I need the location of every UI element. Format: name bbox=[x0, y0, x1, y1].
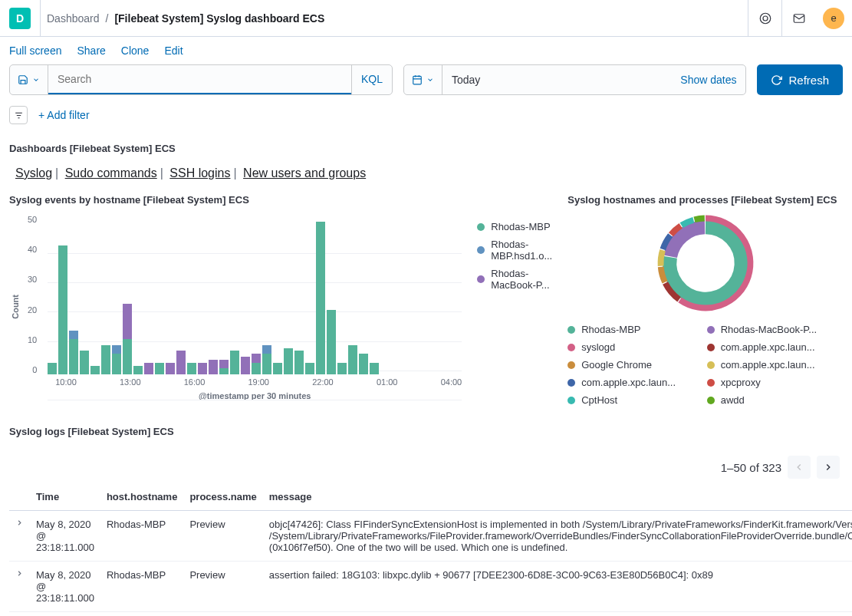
add-filter-button[interactable]: + Add filter bbox=[38, 109, 90, 121]
table-row: May 8, 2020 @ 23:18:11.000Rhodas-MBPPrev… bbox=[9, 511, 852, 562]
date-display[interactable]: Today Show dates bbox=[442, 65, 745, 94]
bar[interactable] bbox=[359, 354, 368, 374]
bar[interactable] bbox=[90, 366, 100, 374]
legend-item[interactable]: Rhodas-MBP bbox=[567, 324, 691, 335]
bar[interactable] bbox=[241, 357, 250, 374]
col-message[interactable]: message bbox=[263, 483, 852, 511]
legend-label: Rhodas-MBP bbox=[491, 221, 550, 232]
header-actions: e bbox=[748, 0, 852, 36]
expand-row-button[interactable] bbox=[9, 562, 30, 612]
refresh-button[interactable]: Refresh bbox=[757, 64, 843, 95]
search-group: KQL bbox=[9, 64, 393, 95]
legend-item[interactable]: com.apple.xpc.laun... bbox=[707, 359, 831, 371]
legend-swatch bbox=[707, 397, 715, 404]
show-dates-link[interactable]: Show dates bbox=[680, 74, 736, 86]
legend-item[interactable]: com.apple.xpc.laun... bbox=[707, 341, 831, 353]
bar[interactable] bbox=[370, 363, 379, 374]
nav-sudo[interactable]: Sudo commands bbox=[65, 166, 157, 180]
bar[interactable] bbox=[123, 304, 132, 374]
clone-link[interactable]: Clone bbox=[121, 44, 150, 57]
bar[interactable] bbox=[219, 360, 229, 374]
chevron-right-icon bbox=[15, 569, 24, 578]
legend-label: CptHost bbox=[581, 394, 617, 406]
bar[interactable] bbox=[337, 363, 347, 374]
legend-item[interactable]: xpcproxy bbox=[707, 377, 831, 388]
bar[interactable] bbox=[305, 363, 314, 374]
mail-icon[interactable] bbox=[781, 0, 815, 36]
pager-prev-button[interactable] bbox=[788, 456, 811, 479]
newsfeed-icon[interactable] bbox=[748, 0, 781, 36]
pager-next-button[interactable] bbox=[817, 456, 840, 479]
bar[interactable] bbox=[316, 222, 325, 374]
cell-message: assertion failed: 18G103: libxpc.dylib +… bbox=[263, 562, 852, 612]
legend-swatch bbox=[477, 275, 485, 283]
nav-ssh[interactable]: SSH logins bbox=[169, 166, 230, 180]
search-input[interactable] bbox=[48, 65, 351, 94]
kql-button[interactable]: KQL bbox=[351, 65, 392, 94]
bar[interactable] bbox=[101, 345, 110, 374]
bar[interactable] bbox=[80, 351, 89, 374]
bar[interactable] bbox=[348, 345, 357, 374]
chevron-left-icon bbox=[794, 462, 804, 473]
donut-chart[interactable] bbox=[656, 213, 755, 313]
breadcrumb-root[interactable]: Dashboard bbox=[47, 12, 100, 25]
query-bar: KQL Today Show dates Refresh bbox=[0, 64, 852, 103]
legend-label: Rhodas-MBP.hsd1.o... bbox=[491, 239, 552, 262]
col-host[interactable]: host.hostname bbox=[100, 483, 183, 511]
bar[interactable] bbox=[284, 348, 293, 374]
date-quick-button[interactable] bbox=[404, 65, 442, 94]
bar[interactable] bbox=[133, 366, 143, 374]
toolbar: Full screen Share Clone Edit bbox=[0, 37, 852, 64]
bar[interactable] bbox=[176, 351, 186, 374]
filter-toggle-button[interactable] bbox=[9, 106, 28, 124]
bar[interactable] bbox=[187, 363, 196, 374]
legend-item[interactable]: CptHost bbox=[567, 394, 691, 406]
legend-item[interactable]: Rhodas-MBP.hsd1.o... bbox=[477, 239, 552, 262]
saved-query-button[interactable] bbox=[10, 65, 48, 94]
legend-swatch bbox=[567, 379, 575, 387]
legend-item[interactable]: Rhodas-MacBook-P... bbox=[707, 324, 831, 335]
bar[interactable] bbox=[48, 363, 57, 374]
bar[interactable] bbox=[166, 363, 175, 374]
legend-item[interactable]: Rhodas-MBP bbox=[477, 221, 552, 232]
nav-sep: | bbox=[230, 166, 239, 180]
bar[interactable] bbox=[144, 363, 153, 374]
bar-chart-bars[interactable] bbox=[48, 213, 462, 374]
col-time[interactable]: Time bbox=[30, 483, 100, 511]
bar[interactable] bbox=[294, 351, 304, 374]
avatar[interactable]: e bbox=[823, 8, 844, 29]
breadcrumb: Dashboard / [Filebeat System] Syslog das… bbox=[40, 0, 748, 36]
expand-row-button[interactable] bbox=[9, 511, 30, 562]
bar[interactable] bbox=[262, 345, 271, 374]
bar[interactable] bbox=[112, 345, 121, 374]
bar[interactable] bbox=[155, 363, 164, 374]
legend-swatch bbox=[567, 344, 575, 351]
share-link[interactable]: Share bbox=[77, 44, 105, 57]
col-process[interactable]: process.name bbox=[183, 483, 262, 511]
bar[interactable] bbox=[273, 363, 282, 374]
legend-swatch bbox=[707, 344, 715, 351]
full-screen-link[interactable]: Full screen bbox=[9, 44, 61, 57]
date-label: Today bbox=[452, 74, 480, 86]
dashboard-nav: Syslog| Sudo commands| SSH logins| New u… bbox=[9, 159, 843, 194]
bar[interactable] bbox=[327, 310, 336, 374]
legend-item[interactable]: syslogd bbox=[567, 341, 691, 353]
legend-item[interactable]: com.apple.xpc.laun... bbox=[567, 377, 691, 388]
bar[interactable] bbox=[252, 354, 261, 374]
donut-title: Syslog hostnames and processes [Filebeat… bbox=[567, 194, 843, 206]
bar[interactable] bbox=[209, 360, 218, 374]
refresh-label: Refresh bbox=[788, 74, 829, 87]
legend-item[interactable]: Rhodas-MacBook-P... bbox=[477, 268, 552, 291]
bar[interactable] bbox=[58, 245, 67, 374]
legend-item[interactable]: awdd bbox=[707, 394, 831, 406]
x-axis: 10:0013:0016:0019:0022:0001:0004:00 bbox=[48, 377, 462, 387]
edit-link[interactable]: Edit bbox=[164, 44, 183, 57]
bar[interactable] bbox=[198, 363, 207, 374]
legend-swatch bbox=[477, 246, 485, 254]
nav-users[interactable]: New users and groups bbox=[243, 166, 366, 180]
bar[interactable] bbox=[69, 331, 78, 374]
legend-item[interactable]: Google Chrome bbox=[567, 359, 691, 371]
breadcrumb-current: [Filebeat System] Syslog dashboard ECS bbox=[114, 12, 324, 25]
nav-syslog[interactable]: Syslog bbox=[15, 166, 52, 180]
bar[interactable] bbox=[230, 351, 239, 374]
